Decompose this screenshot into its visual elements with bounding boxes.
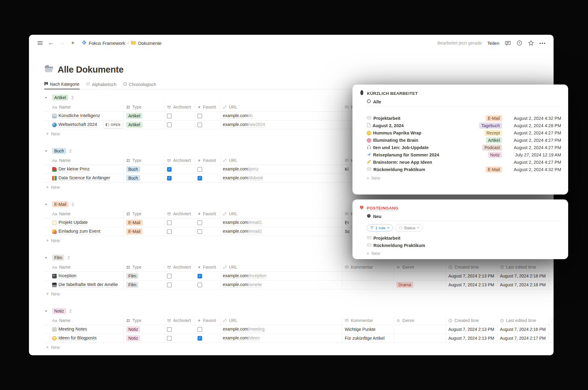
favorit-checkbox[interactable] [198,283,202,287]
url-cell[interactable]: example.com/ww2024 [220,120,342,129]
menu-icon[interactable] [37,40,43,46]
header-name[interactable]: AaName [44,209,124,218]
favorit-checkbox[interactable] [198,176,202,181]
favorit-checkbox[interactable] [198,336,202,341]
header-created-time[interactable]: Created time [446,263,497,271]
header-type[interactable]: Type [124,209,165,218]
favorit-checkbox[interactable] [198,220,202,225]
header-favorit[interactable]: ★Favorit [195,316,220,325]
header-archiviert[interactable]: Archiviert [165,263,195,271]
archiviert-checkbox[interactable] [167,176,172,181]
header-url[interactable]: URL [220,209,342,218]
header-created-time[interactable]: Created time [446,316,497,325]
new-page-icon[interactable]: + [70,40,76,46]
header-archiviert[interactable]: Archiviert [165,103,195,111]
header-kommentar[interactable]: Kommentar [342,316,394,325]
header-url[interactable]: URL [220,263,342,271]
url-cell[interactable]: example.com/prinz [220,165,342,174]
archiviert-checkbox[interactable] [167,327,172,332]
row-title[interactable]: Ideen für Blogposts [59,335,97,341]
favorit-checkbox[interactable] [198,167,202,172]
header-archiviert[interactable]: Archiviert [165,156,195,165]
list-item[interactable]: Projektarbeit E-MailAugust 2, 2024 4:32 … [367,115,561,122]
archiviert-checkbox[interactable] [167,336,172,341]
group-badge[interactable]: Film [52,255,64,261]
header-name[interactable]: AaName [44,316,124,325]
group-badge[interactable]: Notiz [52,308,66,314]
archiviert-checkbox[interactable] [167,167,172,172]
card-title[interactable]: POSTEINGANG [367,206,398,211]
header-type[interactable]: Type [124,103,165,111]
favorit-checkbox[interactable] [198,114,202,118]
header-favorit[interactable]: ★Favorit [195,103,220,111]
header-url[interactable]: URL [220,316,342,325]
favorit-checkbox[interactable] [198,123,202,127]
rule-filter-chip[interactable]: 1 rule [367,224,393,231]
header-name[interactable]: AaName [44,263,124,271]
list-item[interactable]: Rückmeldung Praktikum [367,242,561,249]
list-item[interactable]: Projektarbeit [367,234,561,242]
header-kommentar[interactable]: Kommentar [342,263,394,271]
header-name[interactable]: AaName [44,103,124,111]
new-item-button[interactable]: +New [367,174,561,182]
url-cell[interactable]: example.com/amelie [220,281,342,289]
favorit-checkbox[interactable] [198,229,202,234]
archiviert-checkbox[interactable] [167,220,172,225]
new-row-button[interactable]: +New [44,343,554,352]
header-url[interactable]: URL [220,156,342,165]
header-archiviert[interactable]: Archiviert [165,316,195,325]
header-type[interactable]: Type [124,316,165,325]
tab-nach-kategorie[interactable]: Nach Kategorie [44,82,80,89]
row-title[interactable]: Künstliche Intelligenz [59,113,100,119]
favorit-checkbox[interactable] [198,327,202,332]
header-favorit[interactable]: ★Favorit [195,263,220,271]
row-title[interactable]: Inception [59,273,77,279]
list-item[interactable]: Hummus Paprika Wrap RezeptAugust 2, 2024… [367,129,561,137]
back-arrow-icon[interactable]: ← [48,40,54,46]
view-tab-neu[interactable]: Neu [367,214,561,221]
row-title[interactable]: Die fabelhafte Welt der Amélie [59,282,118,288]
archiviert-checkbox[interactable] [167,114,172,118]
header-genre[interactable]: Genre [394,263,446,271]
url-cell[interactable]: example.com/dsbook [220,174,342,182]
collapse-triangle-icon[interactable]: ▼ [45,256,49,259]
view-tab-alle[interactable]: Alle [367,99,561,106]
archiviert-checkbox[interactable] [167,229,172,234]
header-type[interactable]: Type [124,156,165,165]
collapse-triangle-icon[interactable]: ▼ [45,310,49,313]
row-title[interactable]: Data Science für Anfänger [59,175,110,181]
collapse-triangle-icon[interactable]: ▼ [45,203,49,206]
status-filter-chip[interactable]: Status [395,224,423,231]
breadcrumb-page[interactable]: Dokumente [138,41,162,46]
list-item[interactable]: 0en und 1en: Job-Uppdate PodcastAugust 2… [367,144,561,151]
favorite-star-icon[interactable] [528,40,534,46]
row-title[interactable]: Weltwirtschaft 2024 [59,122,97,127]
collapse-triangle-icon[interactable]: ▼ [45,96,49,99]
forward-arrow-icon[interactable]: → [59,40,65,46]
list-item[interactable]: August 2, 2024 TagebuchAugust 2, 2024 4:… [367,122,561,129]
table-row[interactable]: Die fabelhafte Welt der Amélie Film exam… [44,281,554,289]
header-last-edited-time[interactable]: Last edited time [497,316,549,325]
collapse-triangle-icon[interactable]: ▼ [45,150,49,152]
archiviert-checkbox[interactable] [167,274,172,278]
header-last-edited-time[interactable]: Last edited time [497,263,549,271]
header-genre[interactable]: Genre [394,316,446,325]
list-item[interactable]: Reiseplanung für Sommer 2024 NotizJuly 2… [367,151,561,159]
row-title[interactable]: Meeting Notes [59,327,87,332]
header-extra-property[interactable] [549,263,554,271]
header-favorit[interactable]: ★Favorit [195,156,220,165]
url-cell[interactable]: example.com/meeting [220,325,342,334]
tab-chronologisch[interactable]: Chronologisch [123,82,156,89]
more-options-icon[interactable]: ••• [540,40,546,46]
list-item[interactable]: Illuminating the Brain ArtikelAugust 2, … [367,137,561,144]
url-cell[interactable]: example.com/email2 [220,227,342,236]
table-row[interactable]: Inception Film example.com/inception Aug… [44,272,554,281]
group-badge[interactable]: Buch [52,148,66,154]
header-favorit[interactable]: ★Favorit [195,209,220,218]
group-badge[interactable]: Artikel [52,95,68,101]
list-item[interactable]: Rückmeldung Praktikum E-MailAugust 2, 20… [367,166,561,173]
list-item[interactable]: Brainstorm: neue App Ideen August 2, 202… [367,159,561,166]
url-cell[interactable]: example.com/inception [220,272,342,280]
header-url[interactable]: URL [220,103,342,111]
row-title[interactable]: Einladung zum Event [59,229,100,234]
